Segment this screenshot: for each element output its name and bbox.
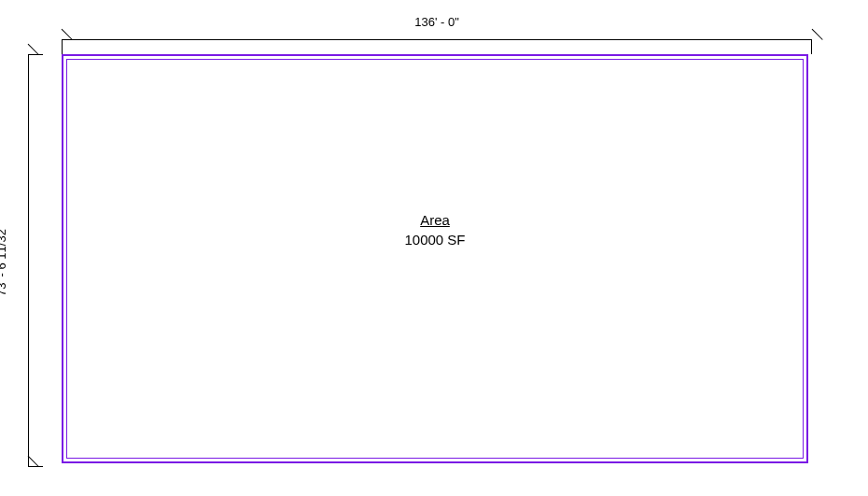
- dimension-width: 136' - 0": [62, 26, 812, 54]
- dimension-height-label: 73' - 6 11/32": [0, 54, 8, 467]
- dimension-width-extent-left: [62, 39, 63, 54]
- dimension-width-line: [62, 39, 812, 40]
- dimension-width-label: 136' - 0": [62, 15, 812, 29]
- dimension-height-line: [28, 54, 29, 467]
- plan-outline-inner: [66, 59, 804, 459]
- dimension-height-extent-top: [28, 54, 43, 55]
- dimension-width-tick-right: [801, 29, 822, 50]
- dimension-width-extent-right: [811, 39, 812, 54]
- dimension-height-extent-bottom: [28, 466, 43, 467]
- dimension-height: 73' - 6 11/32": [15, 54, 43, 467]
